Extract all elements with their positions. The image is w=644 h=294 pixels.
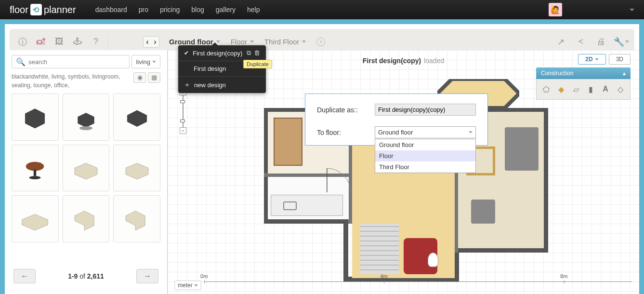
- floor-tab-label: Floor: [231, 38, 247, 46]
- floor-tab-label: Third Floor: [264, 38, 300, 46]
- pager: ← 1-9 of 2,611 →: [12, 263, 160, 289]
- top-nav: floor ⟲ planner dashboard pro pricing bl…: [0, 0, 644, 19]
- floor-tabs: Ground floor Floor Third Floor +: [169, 38, 325, 46]
- furniture-item[interactable]: [63, 94, 110, 141]
- floor-option[interactable]: Third Floor: [375, 161, 475, 173]
- delete-icon[interactable]: 🗑: [254, 49, 260, 57]
- chevron-down-icon: [302, 40, 306, 43]
- furniture-item[interactable]: [12, 145, 59, 192]
- search-box[interactable]: 🔍: [12, 55, 130, 68]
- floor-tab-label: Ground floor: [169, 38, 213, 46]
- plus-icon: ＋: [184, 80, 190, 89]
- pager-prev-button[interactable]: ←: [13, 269, 36, 283]
- tag-cloud[interactable]: blackandwhite, living, symbols, livingro…: [12, 72, 133, 90]
- zoom-thumb[interactable]: [180, 100, 185, 103]
- duplicate-name-input[interactable]: [375, 104, 476, 116]
- chevron-down-icon: [250, 40, 254, 43]
- nav-next-icon[interactable]: ›: [151, 37, 159, 47]
- category-label: living: [136, 58, 150, 66]
- user-dropdown-icon[interactable]: [630, 9, 634, 11]
- surface-tool-icon[interactable]: ◇: [614, 83, 626, 95]
- export-icon[interactable]: ↗: [554, 36, 567, 48]
- logo[interactable]: floor ⟲ planner: [10, 4, 76, 15]
- view-2d-icon[interactable]: ▦: [148, 72, 160, 83]
- logo-icon: ⟲: [30, 4, 42, 15]
- text-tool-icon[interactable]: A: [600, 83, 612, 95]
- user-area[interactable]: 🙋: [549, 3, 634, 16]
- help-icon[interactable]: ?: [90, 36, 102, 48]
- design-item-label: First design(copy): [193, 50, 242, 57]
- construction-header[interactable]: Construction ▴: [536, 67, 631, 79]
- check-icon: ✔: [184, 50, 189, 56]
- furniture-icon[interactable]: 🛋: [35, 36, 47, 48]
- nav-blog[interactable]: blog: [191, 6, 204, 13]
- svg-point-6: [29, 176, 41, 179]
- duplicate-dialog: Duplicate as:: To floor: Ground floor Gr…: [305, 94, 488, 146]
- svg-point-2: [79, 126, 92, 130]
- furniture-item[interactable]: [12, 195, 59, 242]
- tooltip: Duplicate: [243, 60, 272, 68]
- joystick-icon[interactable]: 🕹: [71, 36, 84, 48]
- share-icon[interactable]: <: [575, 36, 587, 48]
- furniture-grid: [12, 94, 160, 242]
- nav-pricing[interactable]: pricing: [160, 6, 180, 13]
- furniture-item[interactable]: [113, 145, 160, 192]
- pager-next-button[interactable]: →: [136, 269, 158, 283]
- new-design-item[interactable]: ＋ new design: [178, 77, 266, 93]
- nav-dashboard[interactable]: dashboard: [95, 6, 127, 13]
- chevron-down-icon: [469, 131, 473, 134]
- view-2d-button[interactable]: 2D: [578, 54, 605, 65]
- nav-pro[interactable]: pro: [139, 6, 148, 13]
- add-floor-button[interactable]: +: [316, 38, 325, 46]
- new-design-label: new design: [194, 81, 226, 89]
- main-area: ⓘ 🛋 🖼 🕹 ? ‹ › Ground floor Floor Third F…: [5, 24, 639, 294]
- floor-option[interactable]: Floor: [375, 150, 475, 161]
- category-select[interactable]: living: [131, 55, 160, 68]
- info-icon[interactable]: ⓘ: [16, 36, 29, 48]
- sidebar: 🔍 living blackandwhite, living, symbols,…: [5, 50, 168, 294]
- svg-marker-9: [22, 214, 48, 230]
- logo-text-right: planner: [44, 4, 76, 15]
- furniture-item[interactable]: [63, 195, 110, 242]
- zoom-slider[interactable]: [183, 95, 184, 127]
- furniture-item[interactable]: [113, 195, 160, 242]
- design-menu-item[interactable]: ✔ First design(copy) ⧉ 🗑: [178, 45, 266, 61]
- view-3d-icon[interactable]: ◉: [133, 72, 146, 83]
- photo-icon[interactable]: 🖼: [53, 36, 66, 48]
- svg-marker-1: [78, 113, 94, 127]
- canvas-title: First design(copy)loaded: [363, 57, 444, 65]
- floor-option[interactable]: Ground floor: [375, 139, 475, 150]
- nav-help[interactable]: help: [247, 6, 260, 13]
- room-tool-icon[interactable]: ⬠: [540, 83, 552, 95]
- ruler: meter 0m 4m 8m: [174, 280, 632, 291]
- design-menu: ✔ First design(copy) ⧉ 🗑 Duplicate First…: [178, 45, 266, 93]
- zoom-thumb[interactable]: [180, 120, 185, 122]
- door-tool-icon[interactable]: ▮: [585, 83, 597, 95]
- wall-tool-icon[interactable]: ▱: [570, 83, 582, 95]
- zoom-out-button[interactable]: −: [180, 127, 186, 134]
- nav-prev-icon[interactable]: ‹: [144, 37, 151, 47]
- avatar[interactable]: 🙋: [549, 3, 562, 16]
- nav-gallery[interactable]: gallery: [216, 6, 236, 13]
- logo-text-left: floor: [10, 4, 28, 15]
- separator: [108, 35, 108, 49]
- view-3d-button[interactable]: 3D: [609, 54, 631, 65]
- print-icon[interactable]: 🖨: [595, 36, 607, 48]
- search-input[interactable]: [28, 58, 125, 66]
- furniture-item[interactable]: [12, 94, 59, 141]
- construction-panel: Construction ▴ ⬠ ◆ ▱ ▮ A ◇: [536, 67, 631, 100]
- floor-tab-floor[interactable]: Floor: [231, 38, 254, 46]
- svg-marker-7: [75, 163, 97, 179]
- floor-tab-third[interactable]: Third Floor: [264, 38, 306, 46]
- furniture-item[interactable]: [113, 94, 160, 141]
- duplicate-name-label: Duplicate as::: [317, 106, 375, 114]
- furniture-item[interactable]: [63, 145, 110, 192]
- svg-marker-0: [26, 109, 45, 128]
- svg-rect-5: [34, 170, 36, 176]
- collapse-icon: ▴: [623, 70, 626, 77]
- duplicate-icon[interactable]: ⧉: [247, 49, 251, 57]
- duplicate-floor-select[interactable]: Ground floor: [375, 126, 476, 138]
- settings-icon[interactable]: 🔧: [615, 36, 628, 48]
- floor-tool-icon[interactable]: ◆: [555, 83, 567, 95]
- unit-select[interactable]: meter: [174, 281, 201, 290]
